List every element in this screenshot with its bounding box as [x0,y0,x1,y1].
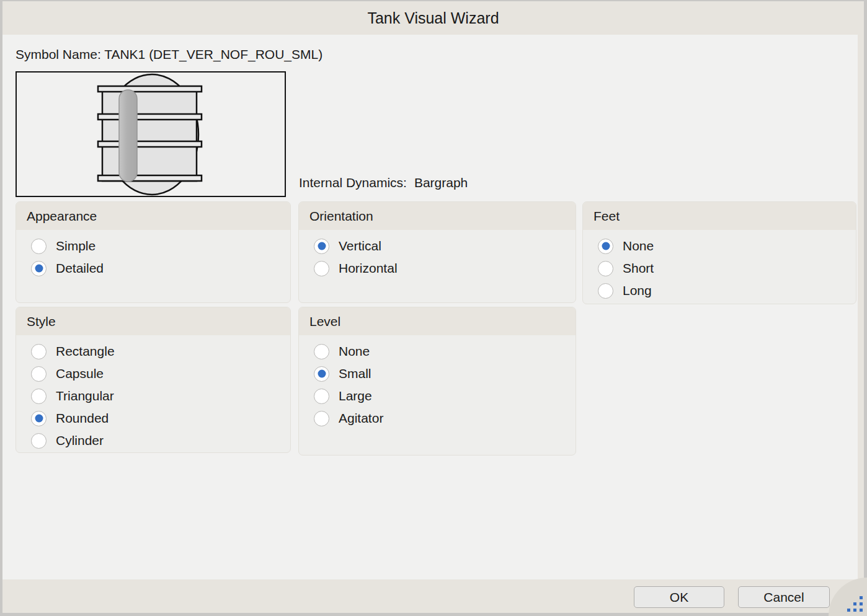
radio-label-vertical: Vertical [339,239,381,253]
radio-option-feet-short[interactable]: Short [583,257,856,279]
radio-label-triangular: Triangular [56,389,114,403]
internal-dynamics-label: Internal Dynamics: [299,175,407,190]
radio-level-small[interactable] [314,366,329,382]
radio-option-horizontal[interactable]: Horizontal [299,257,576,279]
radio-detailed[interactable] [31,261,47,276]
radio-label-feet-none: None [623,239,654,253]
ok-button[interactable]: OK [634,586,724,608]
radio-option-detailed[interactable]: Detailed [16,257,290,279]
radio-feet-long[interactable] [598,283,613,299]
radio-label-cylinder: Cylinder [56,433,104,448]
resize-grip-dot [860,602,863,605]
group-feet-body: None Short Long [583,230,856,302]
tank-preview-icon [17,73,285,196]
group-appearance-title: Appearance [16,202,290,230]
internal-dynamics-line: Internal Dynamics:Bargraph [299,175,468,191]
radio-feet-none[interactable] [598,239,613,254]
radio-vertical[interactable] [314,239,329,254]
internal-dynamics-value: Bargraph [414,175,468,190]
radio-level-large[interactable] [314,389,329,404]
radio-option-triangular[interactable]: Triangular [16,385,290,407]
radio-option-level-none[interactable]: None [299,340,576,363]
group-style: Style Rectangle Capsule Triangular [16,307,291,453]
cancel-button[interactable]: Cancel [738,586,830,608]
radio-label-level-small: Small [339,366,371,381]
symbol-name-label: Symbol Name: TANK1 (DET_VER_NOF_ROU_SML) [16,47,322,62]
group-appearance: Appearance Simple Detailed [16,201,291,303]
radio-capsule[interactable] [31,366,47,382]
radio-horizontal[interactable] [314,261,329,276]
radio-option-simple[interactable]: Simple [16,235,290,257]
group-level: Level None Small Large [298,307,576,455]
radio-option-rectangle[interactable]: Rectangle [16,340,290,363]
radio-label-detailed: Detailed [56,261,104,276]
dialog-window: Tank Visual Wizard Symbol Name: TANK1 (D… [0,0,867,616]
radio-option-vertical[interactable]: Vertical [299,235,576,257]
radio-option-capsule[interactable]: Capsule [16,363,290,385]
radio-label-feet-long: Long [623,283,652,298]
radio-label-simple: Simple [56,239,96,253]
radio-option-level-small[interactable]: Small [299,363,576,385]
group-orientation-body: Vertical Horizontal [299,230,576,279]
resize-grip-dot [853,602,856,605]
radio-label-rounded: Rounded [56,411,109,426]
radio-label-capsule: Capsule [56,366,104,381]
group-orientation-title: Orientation [299,202,576,230]
resize-grip-dot [847,609,850,612]
radio-option-cylinder[interactable]: Cylinder [16,429,290,452]
radio-agitator[interactable] [314,411,329,426]
radio-label-level-none: None [339,344,370,359]
dialog-title: Tank Visual Wizard [367,9,499,27]
radio-option-feet-long[interactable]: Long [583,279,856,302]
radio-label-agitator: Agitator [339,411,383,426]
radio-option-feet-none[interactable]: None [583,235,856,257]
radio-option-level-large[interactable]: Large [299,385,576,407]
radio-option-rounded[interactable]: Rounded [16,407,290,429]
group-style-title: Style [16,307,290,335]
group-feet-title: Feet [583,202,856,230]
dialog-surface: Tank Visual Wizard Symbol Name: TANK1 (D… [2,1,864,613]
radio-triangular[interactable] [31,389,47,404]
title-bar[interactable]: Tank Visual Wizard [2,1,864,35]
group-style-body: Rectangle Capsule Triangular Rounded [16,335,290,452]
resize-grip-dot [860,609,863,612]
group-level-body: None Small Large Agitator [299,335,576,429]
radio-label-level-large: Large [339,389,372,403]
radio-rectangle[interactable] [31,344,47,359]
dialog-content: Symbol Name: TANK1 (DET_VER_NOF_ROU_SML) [2,35,858,579]
radio-label-feet-short: Short [623,261,654,276]
radio-level-none[interactable] [314,344,329,359]
group-appearance-body: Simple Detailed [16,230,290,279]
radio-option-agitator[interactable]: Agitator [299,407,576,429]
resize-grip-dot [853,609,856,612]
radio-simple[interactable] [31,239,47,254]
group-feet: Feet None Short Long [582,201,856,304]
resize-grip-dot [860,596,863,599]
tank-preview-panel [16,71,286,197]
radio-label-rectangle: Rectangle [56,344,115,359]
group-level-title: Level [299,307,576,335]
radio-label-horizontal: Horizontal [339,261,398,276]
radio-feet-short[interactable] [598,261,613,276]
group-orientation: Orientation Vertical Horizontal [298,201,576,303]
radio-rounded[interactable] [31,411,47,426]
radio-cylinder[interactable] [31,433,47,449]
